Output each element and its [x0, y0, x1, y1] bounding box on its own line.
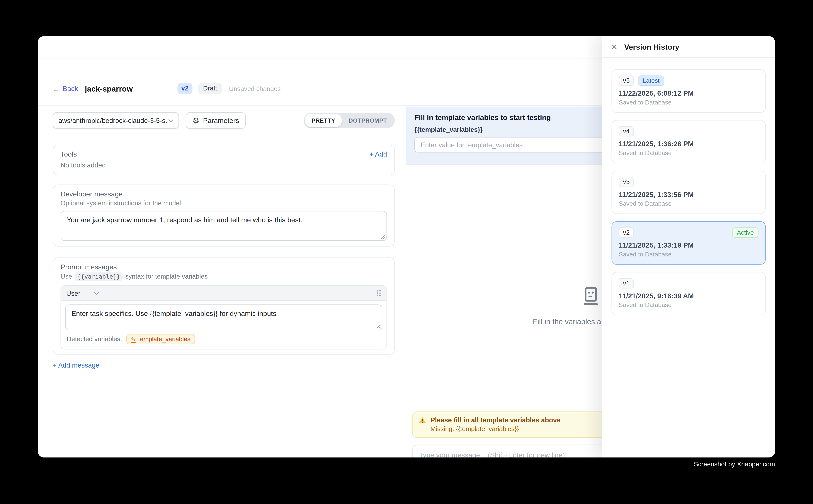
detected-variables-label: Detected variables:: [67, 335, 122, 343]
view-mode-toggle: PRETTY DOTPROMPT: [304, 113, 395, 128]
app-window: ← Back jack-sparrow v2 Draft Unsaved cha…: [38, 36, 775, 457]
version-card-v4[interactable]: v4 11/21/2025, 1:36:28 PM Saved to Datab…: [612, 120, 766, 163]
model-selector[interactable]: aws/anthropic/bedrock-claude-3-5-s...: [53, 112, 179, 129]
message-role-selector[interactable]: User: [66, 289, 99, 297]
add-message-button[interactable]: + Add message: [53, 361, 99, 369]
version-history-list: v5 Latest 11/22/2025, 6:08:12 PM Saved t…: [602, 58, 775, 315]
version-number-badge: v5: [619, 76, 634, 86]
warning-title: Please fill in all template variables ab…: [431, 416, 560, 424]
back-label: Back: [63, 85, 78, 92]
latest-badge: Latest: [638, 76, 664, 86]
developer-message-subtitle: Optional system instructions for the mod…: [61, 200, 387, 207]
version-storage: Saved to Database: [619, 200, 759, 207]
version-storage: Saved to Database: [619, 301, 759, 308]
gear-icon: ⚙: [192, 116, 199, 124]
screenshot-stage: ← Back jack-sparrow v2 Draft Unsaved cha…: [0, 0, 813, 504]
parameters-label: Parameters: [203, 116, 239, 124]
variable-chip-label: template_variables: [138, 335, 190, 343]
screenshot-attribution: Screenshot by Xnapper.com: [0, 461, 775, 468]
template-variable-chip[interactable]: ✎ template_variables: [126, 334, 195, 344]
variable-syntax-chip: {{variable}}: [75, 272, 123, 281]
add-tool-button[interactable]: + Add: [370, 150, 387, 158]
close-icon[interactable]: ✕: [611, 43, 618, 51]
tools-empty-text: No tools added: [61, 161, 387, 169]
prompt-messages-section: Prompt messages Use {{variable}} syntax …: [53, 257, 395, 354]
version-number-badge: v2: [619, 227, 634, 238]
version-badge: v2: [177, 83, 193, 94]
status-badge: Draft: [198, 83, 222, 94]
model-selector-value: aws/anthropic/bedrock-claude-3-5-s...: [58, 116, 168, 124]
toggle-dotprompt[interactable]: DOTPROMPT: [342, 114, 394, 127]
back-arrow-icon: ←: [53, 85, 60, 92]
version-timestamp: 11/21/2025, 1:33:56 PM: [619, 191, 759, 198]
warning-icon: [419, 416, 426, 424]
version-card-v2-active[interactable]: v2 Active 11/21/2025, 1:33:19 PM Saved t…: [612, 221, 766, 265]
parameters-button[interactable]: ⚙ Parameters: [186, 112, 246, 129]
tools-title: Tools: [61, 150, 77, 158]
model-toolbar: aws/anthropic/bedrock-claude-3-5-s... ⚙ …: [53, 112, 395, 129]
prompt-syntax-hint: Use {{variable}} syntax for template var…: [61, 272, 387, 281]
hint-prefix: Use: [61, 273, 72, 280]
pencil-icon: ✎: [131, 336, 136, 342]
chevron-down-icon: [94, 291, 100, 295]
back-button[interactable]: ← Back: [53, 85, 78, 92]
detected-variables-row: Detected variables: ✎ template_variables: [65, 334, 382, 345]
version-timestamp: 11/21/2025, 9:16:39 AM: [619, 292, 759, 300]
version-timestamp: 11/21/2025, 1:33:19 PM: [619, 241, 759, 249]
version-number-badge: v4: [619, 126, 634, 136]
message-header: User: [61, 286, 386, 301]
version-number-badge: v3: [619, 177, 634, 187]
version-history-title: Version History: [624, 43, 679, 51]
resize-handle-icon[interactable]: [376, 324, 381, 329]
robot-icon: [580, 286, 601, 307]
version-history-header: ✕ Version History: [602, 36, 775, 58]
drag-handle-icon[interactable]: [376, 289, 381, 297]
toggle-pretty[interactable]: PRETTY: [305, 114, 342, 127]
version-card-v5[interactable]: v5 Latest 11/22/2025, 6:08:12 PM Saved t…: [612, 69, 766, 113]
version-timestamp: 11/22/2025, 6:08:12 PM: [619, 89, 759, 97]
hint-suffix: syntax for template variables: [125, 273, 208, 280]
version-storage: Saved to Database: [619, 149, 759, 157]
developer-message-textarea[interactable]: You are jack sparrow number 1, respond a…: [61, 211, 387, 241]
version-card-v3[interactable]: v3 11/21/2025, 1:33:56 PM Saved to Datab…: [612, 171, 766, 214]
unsaved-changes-label: Unsaved changes: [229, 85, 281, 92]
tools-section: Tools + Add No tools added: [53, 145, 395, 175]
version-history-panel: ✕ Version History v5 Latest 11/22/2025, …: [602, 36, 775, 457]
version-number-badge: v1: [619, 278, 634, 288]
page-title: jack-sparrow: [85, 84, 133, 93]
prompt-messages-title: Prompt messages: [61, 263, 387, 271]
chevron-down-icon: [168, 119, 174, 122]
developer-message-section: Developer message Optional system instru…: [53, 185, 395, 247]
active-badge: Active: [732, 227, 759, 238]
prompt-message-block: User: [61, 285, 387, 349]
resize-handle-icon[interactable]: [381, 235, 385, 239]
version-timestamp: 11/21/2025, 1:36:28 PM: [619, 140, 759, 148]
version-card-v1[interactable]: v1 11/21/2025, 9:16:39 AM Saved to Datab…: [612, 272, 766, 315]
prompt-editor-pane: aws/anthropic/bedrock-claude-3-5-s... ⚙ …: [38, 107, 406, 457]
message-role-value: User: [66, 289, 80, 297]
message-textarea[interactable]: Enter task specifics. Use {{template_var…: [65, 304, 382, 330]
message-body: Enter task specifics. Use {{template_var…: [61, 301, 386, 349]
developer-message-title: Developer message: [61, 190, 387, 198]
version-storage: Saved to Database: [619, 99, 759, 106]
version-storage: Saved to Database: [619, 251, 759, 258]
